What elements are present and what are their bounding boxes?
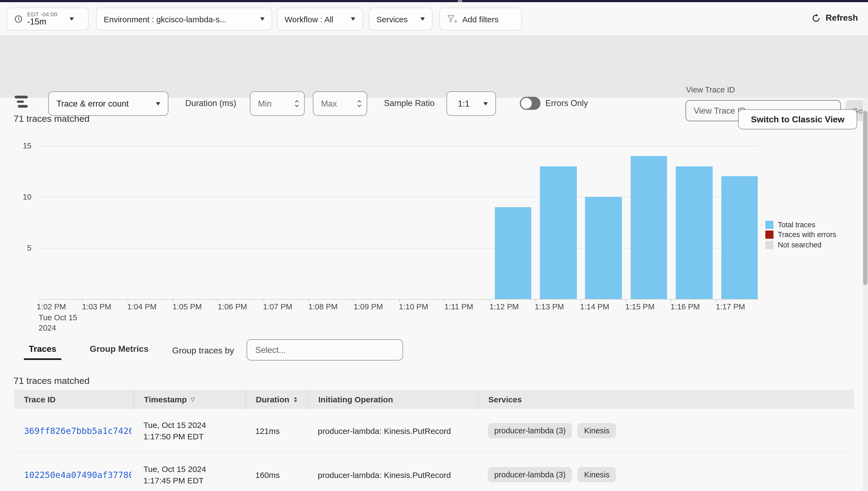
errors-only-toggle[interactable] (520, 97, 540, 110)
metric-selector-dropdown[interactable]: Trace & error count (48, 91, 168, 116)
trace-table-header: Trace ID Timestamp▽ Duration Initiating … (14, 390, 854, 409)
services-filter-label: Services (376, 15, 408, 24)
filter-list-icon[interactable] (15, 96, 29, 109)
workflow-filter-button[interactable]: Workflow : All (277, 8, 363, 30)
x-axis-tick-label: 1:12 PM (489, 302, 519, 311)
timestamp-date: Tue, Oct 15 2024 (144, 419, 246, 431)
table-matched-count: 71 traces matched (13, 376, 90, 386)
x-axis-tick (173, 299, 173, 302)
duration-min-input[interactable] (257, 98, 293, 109)
timestamp-date: Tue, Oct 15 2024 (144, 463, 246, 475)
errors-only-label: Errors Only (545, 98, 588, 108)
x-axis-tick-label: 1:10 PM (399, 302, 428, 311)
legend-swatch-icon (765, 241, 774, 249)
cell-initiating-operation: producer-lambda: Kinesis.PutRecord (308, 426, 478, 435)
switch-to-classic-view-button[interactable]: Switch to Classic View (738, 109, 857, 129)
duration-max-input[interactable] (320, 98, 356, 109)
service-badge: producer-lambda (3) (488, 467, 572, 482)
add-filters-label: Add filters (462, 15, 498, 24)
chart-bar-1-16-pm[interactable] (676, 166, 712, 299)
environment-filter-label: Environment : gkcisco-lambda-s... (104, 15, 226, 24)
stepper-icon[interactable] (294, 99, 299, 108)
stepper-icon[interactable] (357, 99, 362, 108)
view-trace-id-label: View Trace ID (686, 85, 735, 94)
trace-id-link[interactable]: 102250e4a07490af37780 (24, 469, 131, 480)
refresh-button[interactable]: Refresh (811, 13, 858, 23)
trace-id-link[interactable]: 369ff826e7bbb5a1c7426 (24, 426, 131, 436)
x-axis-tick (716, 299, 716, 302)
window-top-strip (0, 0, 868, 2)
sample-ratio-dropdown[interactable]: 1:1 (446, 91, 496, 116)
vertical-scrollbar[interactable] (863, 98, 868, 491)
column-header-timestamp[interactable]: Timestamp▽ (134, 390, 246, 409)
duration-min-field-wrap (250, 91, 305, 116)
x-axis-tick-label: 1:03 PM (82, 302, 111, 311)
chart-bar-1-17-pm[interactable] (721, 176, 758, 299)
top-filter-bar: EDT -04:00 -15m Environment : gkcisco-la… (0, 2, 868, 35)
column-header-duration[interactable]: Duration (246, 390, 308, 409)
legend-item-0[interactable]: Total traces (765, 220, 836, 230)
service-badge: producer-lambda (3) (488, 423, 572, 438)
x-axis-tick (671, 299, 671, 302)
tab-group-metrics[interactable]: Group Metrics (90, 344, 149, 360)
x-axis-tick (580, 299, 581, 302)
cell-initiating-operation: producer-lambda: Kinesis.PutRecord (308, 470, 478, 479)
filter-plus-icon (447, 15, 458, 23)
group-traces-by-label: Group traces by (172, 346, 234, 356)
chart-bar-1-15-pm[interactable] (631, 156, 667, 299)
window-top-strip-notch (458, 0, 462, 2)
sort-desc-icon: ▽ (191, 396, 195, 402)
x-axis-tick-label: 1:14 PM (580, 302, 609, 311)
sort-both-icon (293, 397, 297, 402)
legend-item-1[interactable]: Traces with errors (765, 230, 836, 240)
x-axis-date-label: Tue Oct 15 2024 (38, 313, 77, 333)
x-axis-tick (535, 299, 535, 302)
services-filter-button[interactable]: Services (369, 8, 432, 30)
chevron-down-icon (351, 18, 355, 21)
x-axis-tick (82, 299, 83, 302)
legend-label: Not searched (778, 241, 822, 249)
y-axis-tick-label-10: 10 (11, 193, 31, 201)
group-traces-by-select[interactable] (247, 339, 403, 360)
x-axis-tick-label: 1:02 PM (37, 302, 66, 311)
chart-legend: Total tracesTraces with errorsNot search… (765, 220, 836, 250)
x-axis-tick (399, 299, 400, 302)
service-badge: Kinesis (578, 423, 616, 438)
service-badge: Kinesis (578, 467, 616, 482)
time-range-button[interactable]: EDT -04:00 -15m (6, 8, 89, 30)
x-axis-tick-label: 1:05 PM (173, 302, 202, 311)
x-axis-tick-label: 1:07 PM (263, 302, 292, 311)
chart-gridline-15 (38, 146, 758, 146)
time-range-value: EDT -04:00 -15m (27, 12, 57, 27)
workflow-filter-label: Workflow : All (285, 15, 334, 24)
x-axis-tick-label: 1:06 PM (218, 302, 247, 311)
sample-ratio-value: 1:1 (458, 99, 470, 109)
duration-label: Duration (ms) (185, 98, 236, 108)
add-filters-button[interactable]: Add filters (439, 8, 522, 30)
timezone-label: EDT -04:00 (27, 12, 57, 18)
tab-traces[interactable]: Traces (24, 344, 61, 360)
table-row: 102250e4a07490af37780Tue, Oct 15 20241:1… (14, 453, 854, 491)
column-header-trace-id: Trace ID (14, 390, 134, 409)
scrollbar-thumb[interactable] (863, 111, 867, 285)
legend-item-2[interactable]: Not searched (765, 240, 836, 250)
table-row: 369ff826e7bbb5a1c7426Tue, Oct 15 20241:1… (14, 409, 854, 453)
x-axis-line (38, 299, 758, 299)
column-header-initiating-operation: Initiating Operation (308, 390, 478, 409)
cell-timestamp: Tue, Oct 15 20241:17:50 PM EDT (134, 419, 246, 442)
x-axis-tick-label: 1:16 PM (671, 302, 700, 311)
x-axis-tick-label: 1:17 PM (716, 302, 745, 311)
chart-bar-1-12-pm[interactable] (495, 207, 531, 299)
cell-duration: 121ms (246, 426, 308, 435)
y-axis-tick-label-5: 5 (11, 243, 31, 252)
column-header-services: Services (478, 390, 854, 409)
chart-bar-1-13-pm[interactable] (540, 166, 577, 299)
duration-max-field-wrap (313, 91, 367, 116)
trace-controls-bar: Trace & error count Duration (ms) Sample… (0, 35, 868, 98)
x-axis-tick-label: 1:15 PM (625, 302, 654, 311)
x-axis-tick (354, 299, 354, 302)
environment-filter-button[interactable]: Environment : gkcisco-lambda-s... (96, 8, 272, 30)
cell-timestamp: Tue, Oct 15 20241:17:45 PM EDT (134, 463, 246, 486)
x-axis-tick (263, 299, 264, 302)
chart-bar-1-14-pm[interactable] (585, 197, 622, 299)
